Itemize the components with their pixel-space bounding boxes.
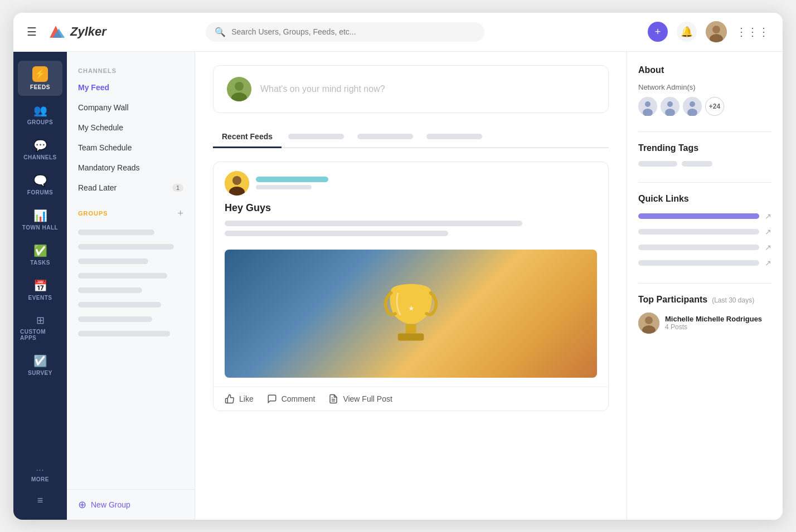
- participant-avatar-1: [638, 313, 659, 334]
- read-later-badge: 1: [172, 184, 183, 192]
- like-button[interactable]: Like: [225, 394, 254, 404]
- svg-point-3: [712, 26, 720, 33]
- admin-more-badge[interactable]: +24: [705, 97, 724, 116]
- nav-collapse-icon[interactable]: ≡: [37, 495, 43, 506]
- group-placeholder-7: [78, 316, 152, 322]
- top-participants-header: Top Participants (Last 30 days): [638, 295, 771, 305]
- search-input[interactable]: [231, 27, 475, 36]
- feeds-tabs: Recent Feeds: [213, 126, 609, 148]
- about-section: About Network Admin(s): [638, 65, 771, 116]
- group-placeholder-6: [78, 302, 161, 308]
- compose-avatar-img: [227, 77, 251, 101]
- groups-label: GROUPS: [78, 210, 108, 217]
- main-content: What's on your mind right now? Recent Fe…: [195, 52, 627, 520]
- about-title: About: [638, 65, 771, 75]
- quick-link-bar-4: [638, 260, 759, 266]
- sidebar-item-more[interactable]: ··· MORE: [18, 460, 62, 488]
- trophy-icon: ★: [377, 275, 444, 353]
- comment-button[interactable]: Comment: [267, 394, 316, 404]
- quick-link-1[interactable]: ↗: [638, 212, 771, 221]
- notifications-button[interactable]: 🔔: [677, 22, 697, 42]
- view-full-post-button[interactable]: View Full Post: [328, 394, 392, 404]
- sidebar-item-my-schedule[interactable]: My Schedule: [67, 118, 195, 138]
- top-participants-title: Top Participants: [638, 295, 707, 305]
- post-actions: Like Comment: [213, 387, 608, 411]
- sidebar-item-team-schedule[interactable]: Team Schedule: [67, 138, 195, 158]
- grid-icon[interactable]: ⋮⋮⋮: [736, 25, 769, 38]
- trending-title: Trending Tags: [638, 143, 771, 153]
- sidebar-item-channels[interactable]: 💬 CHANNELS: [18, 133, 62, 166]
- sidebar-item-survey[interactable]: ☑️ SURVEY: [18, 349, 62, 382]
- compose-placeholder: What's on your mind right now?: [260, 84, 385, 94]
- tab-placeholder-3: [426, 134, 482, 139]
- add-group-icon[interactable]: +: [177, 208, 183, 219]
- quick-link-4[interactable]: ↗: [638, 258, 771, 267]
- view-full-icon: [328, 394, 338, 404]
- quick-link-bar-2: [638, 229, 759, 235]
- sidebar-item-custom-apps[interactable]: ⊞ CUSTOM APPS: [18, 309, 62, 346]
- admin-avatar-img-3: [683, 97, 702, 116]
- trending-tag-1[interactable]: [638, 161, 677, 167]
- quick-link-bar-1: [638, 213, 759, 219]
- sidebar: CHANNELS My Feed Company Wall My Schedul…: [67, 52, 195, 520]
- add-button[interactable]: +: [648, 22, 668, 42]
- search-bar[interactable]: 🔍: [206, 22, 484, 42]
- groups-section-header: GROUPS +: [67, 202, 195, 225]
- quick-link-3[interactable]: ↗: [638, 243, 771, 252]
- admin-avatar-img-1: [638, 97, 657, 116]
- admin-avatar-1: [638, 97, 657, 116]
- view-full-label: View Full Post: [343, 394, 392, 403]
- svg-point-27: [645, 316, 653, 324]
- sidebar-item-town-hall[interactable]: 📊 TOWN HALL: [18, 203, 62, 236]
- top-participants-subtitle: (Last 30 days): [712, 296, 754, 304]
- participant-info: Michelle Michelle Rodrigues 4 Posts: [665, 315, 762, 331]
- divider-1: [638, 131, 771, 132]
- sidebar-item-company-wall[interactable]: Company Wall: [67, 97, 195, 118]
- post-avatar: [225, 171, 249, 196]
- admin-avatar-3: [683, 97, 702, 116]
- svg-point-21: [667, 101, 673, 107]
- divider-3: [638, 283, 771, 284]
- new-group-button[interactable]: ⊕ New Group: [78, 499, 183, 511]
- sidebar-item-read-later[interactable]: Read Later 1: [67, 178, 195, 198]
- trending-tags: [638, 161, 771, 167]
- user-avatar-top[interactable]: [706, 21, 727, 42]
- post-body: Hey Guys: [213, 202, 608, 250]
- sidebar-item-mandatory-reads[interactable]: Mandatory Reads: [67, 158, 195, 178]
- tab-placeholder-2: [357, 134, 413, 139]
- svg-point-18: [645, 101, 651, 107]
- sidebar-item-tasks[interactable]: ✅ TASKS: [18, 238, 62, 271]
- trending-tag-2[interactable]: [682, 161, 712, 167]
- sidebar-item-events[interactable]: 📅 EVENTS: [18, 274, 62, 306]
- post-avatar-img: [225, 171, 249, 196]
- sidebar-item-feeds[interactable]: ⚡ FEEDS: [18, 61, 62, 96]
- post-image: ★: [225, 250, 597, 378]
- quick-link-2[interactable]: ↗: [638, 227, 771, 236]
- sidebar-item-my-feed[interactable]: My Feed: [67, 77, 195, 97]
- svg-point-6: [235, 82, 244, 91]
- admin-avatar-img-2: [661, 97, 679, 116]
- sidebar-bottom: ⊕ New Group: [67, 489, 195, 520]
- post-text-line-2: [225, 231, 448, 236]
- post-text-line-1: [225, 221, 522, 226]
- comment-icon: [267, 394, 277, 404]
- tab-recent-feeds[interactable]: Recent Feeds: [213, 126, 281, 148]
- like-label: Like: [239, 394, 254, 403]
- group-placeholder-5: [78, 287, 142, 293]
- sidebar-item-groups[interactable]: 👥 GROUPS: [18, 98, 62, 131]
- group-placeholder-8: [78, 331, 170, 336]
- compose-box[interactable]: What's on your mind right now?: [213, 65, 609, 113]
- feed-post: Hey Guys: [213, 162, 609, 411]
- quick-links-section: Quick Links ↗ ↗ ↗: [638, 194, 771, 267]
- logo-icon: [46, 22, 66, 42]
- group-placeholder-1: [78, 230, 154, 235]
- hamburger-icon[interactable]: ☰: [27, 25, 37, 38]
- logo[interactable]: Zylker: [46, 22, 106, 42]
- post-time-placeholder: [256, 185, 312, 189]
- svg-text:★: ★: [408, 304, 415, 313]
- top-bar: ☰ Zylker 🔍 + 🔔 ⋮⋮⋮: [13, 13, 783, 52]
- group-placeholder-3: [78, 258, 148, 264]
- sidebar-item-forums[interactable]: 🗨️ FORUMS: [18, 168, 62, 201]
- post-header: [213, 162, 608, 202]
- quick-link-bar-3: [638, 245, 759, 250]
